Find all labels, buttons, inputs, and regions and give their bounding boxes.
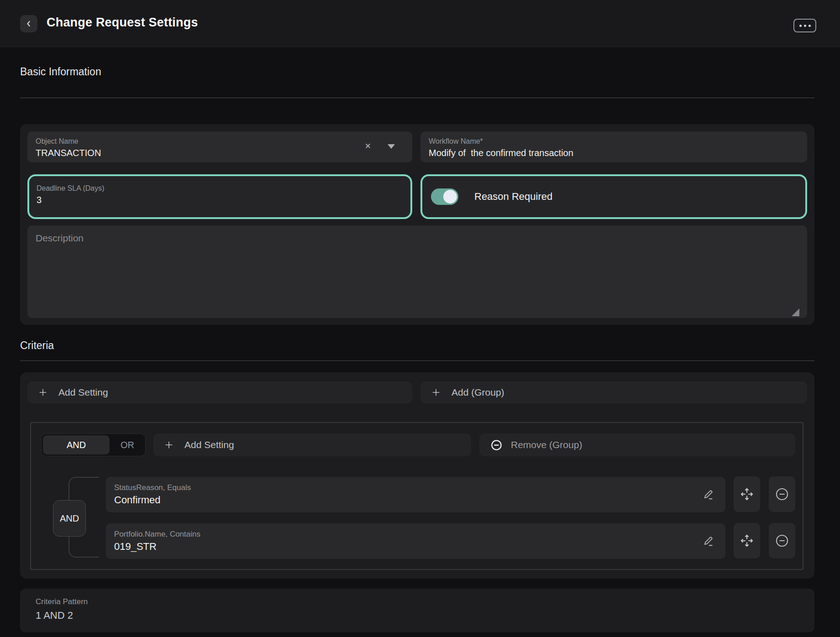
move-row-button[interactable] <box>734 523 760 559</box>
page-title: Change Request Settings <box>47 16 198 30</box>
criteria-pattern-value: 1 AND 2 <box>36 608 814 623</box>
add-group-label: Add (Group) <box>452 387 504 398</box>
chevron-left-icon <box>24 19 33 28</box>
remove-row-button[interactable] <box>769 476 795 512</box>
resize-handle-icon[interactable] <box>792 308 799 316</box>
remove-group-label: Remove (Group) <box>511 439 582 450</box>
edit-pencil-icon[interactable] <box>703 489 714 501</box>
plus-icon <box>164 440 173 449</box>
remove-group-button[interactable]: Remove (Group) <box>479 433 795 456</box>
remove-row-button[interactable] <box>769 523 795 559</box>
criteria-row: StatusReason, Equals Confirmed <box>106 477 725 512</box>
criteria-row-label: Portfolio.Name, Contains <box>114 529 693 540</box>
operator-and-option[interactable]: AND <box>43 435 110 454</box>
deadline-sla-label: Deadline SLA (Days) <box>37 183 402 193</box>
section-divider <box>20 360 814 361</box>
plus-icon <box>431 388 441 397</box>
object-name-field[interactable]: Object Name TRANSACTION ✕ <box>27 131 412 162</box>
reason-required-field: Reason Required <box>420 174 807 219</box>
criteria-pattern-label: Criteria Pattern <box>36 596 814 608</box>
criteria-row-value: 019_STR <box>114 540 693 554</box>
criteria-row-label: StatusReason, Equals <box>114 482 693 493</box>
move-arrows-icon <box>740 533 754 548</box>
basic-information-heading: Basic Information <box>20 66 101 78</box>
criteria-card: Add Setting Add (Group) AND OR Add Setti… <box>20 372 814 579</box>
toggle-knob-icon <box>443 190 457 204</box>
object-name-label: Object Name <box>36 136 404 146</box>
deadline-sla-value: 3 <box>37 193 402 207</box>
workflow-name-value: Modify of the confirmed transaction <box>429 146 799 160</box>
move-row-button[interactable] <box>734 476 760 512</box>
connector-and-chip: AND <box>53 500 86 537</box>
operator-toggle: AND OR <box>41 433 146 456</box>
workflow-name-field[interactable]: Workflow Name* Modify of the confirmed t… <box>420 131 807 162</box>
clear-x-icon[interactable]: ✕ <box>365 141 371 151</box>
criteria-row: Portfolio.Name, Contains 019_STR <box>106 523 725 559</box>
header-bar: Change Request Settings <box>0 0 840 47</box>
edit-pencil-icon[interactable] <box>703 535 714 547</box>
caret-down-icon[interactable] <box>388 144 395 149</box>
group-add-setting-label: Add Setting <box>184 439 234 450</box>
criteria-group-box: AND OR Add Setting Remove (Group) AND St… <box>30 422 803 570</box>
workflow-name-label: Workflow Name* <box>429 136 799 146</box>
section-divider <box>20 98 814 98</box>
group-add-setting-button[interactable]: Add Setting <box>153 433 471 456</box>
back-button[interactable] <box>20 15 37 32</box>
criteria-pattern-field[interactable]: Criteria Pattern 1 AND 2 <box>20 589 814 632</box>
ellipsis-icon <box>799 25 802 27</box>
more-options-button[interactable] <box>793 19 816 32</box>
move-arrows-icon <box>740 487 754 501</box>
remove-minus-circle-icon <box>774 533 790 548</box>
basic-information-card: Object Name TRANSACTION ✕ Workflow Name*… <box>20 124 814 325</box>
description-textarea[interactable] <box>27 225 807 318</box>
remove-minus-circle-icon <box>774 486 790 502</box>
plus-icon <box>38 388 47 397</box>
operator-or-option[interactable]: OR <box>110 440 145 450</box>
add-setting-button[interactable]: Add Setting <box>27 381 412 403</box>
reason-required-label: Reason Required <box>474 191 552 203</box>
criteria-heading: Criteria <box>20 339 54 352</box>
criteria-row-value: Confirmed <box>114 493 693 507</box>
reason-required-toggle[interactable] <box>431 188 458 205</box>
minus-circle-icon <box>490 439 503 451</box>
add-group-button[interactable]: Add (Group) <box>420 381 807 403</box>
deadline-sla-field[interactable]: Deadline SLA (Days) 3 <box>27 174 412 219</box>
add-setting-label: Add Setting <box>58 387 108 398</box>
object-name-value: TRANSACTION <box>36 146 404 160</box>
